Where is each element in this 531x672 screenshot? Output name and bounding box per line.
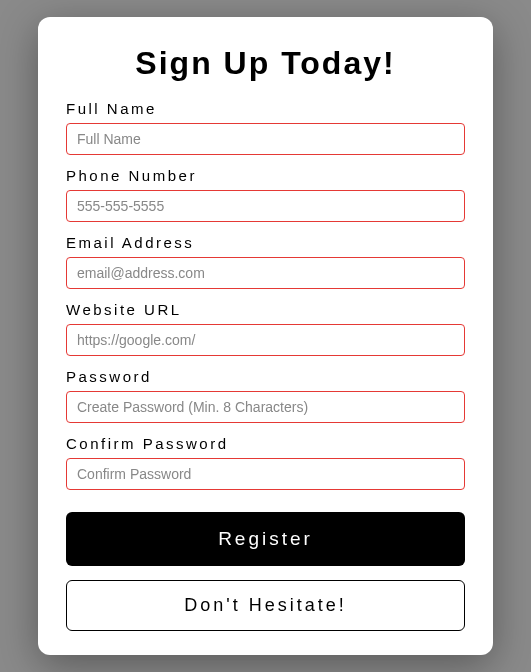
field-group-password: Password — [66, 368, 465, 423]
signup-card: Sign Up Today! Full Name Phone Number Em… — [38, 17, 493, 655]
password-input[interactable] — [66, 391, 465, 423]
secondary-button[interactable]: Don't Hesitate! — [66, 580, 465, 631]
email-label: Email Address — [66, 234, 465, 251]
field-group-email: Email Address — [66, 234, 465, 289]
confirm-password-input[interactable] — [66, 458, 465, 490]
field-group-website: Website URL — [66, 301, 465, 356]
field-group-phone: Phone Number — [66, 167, 465, 222]
page-title: Sign Up Today! — [66, 45, 465, 82]
phone-input[interactable] — [66, 190, 465, 222]
confirm-password-label: Confirm Password — [66, 435, 465, 452]
fullname-input[interactable] — [66, 123, 465, 155]
website-label: Website URL — [66, 301, 465, 318]
email-input[interactable] — [66, 257, 465, 289]
fullname-label: Full Name — [66, 100, 465, 117]
phone-label: Phone Number — [66, 167, 465, 184]
field-group-fullname: Full Name — [66, 100, 465, 155]
website-input[interactable] — [66, 324, 465, 356]
password-label: Password — [66, 368, 465, 385]
register-button[interactable]: Register — [66, 512, 465, 566]
field-group-confirm-password: Confirm Password — [66, 435, 465, 490]
